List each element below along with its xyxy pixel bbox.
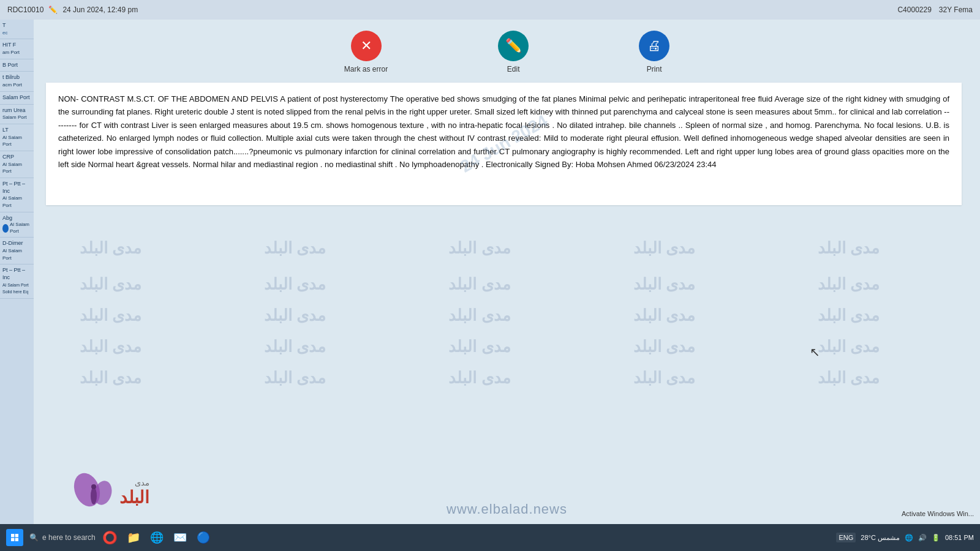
svg-point-3 [91,484,96,489]
taskbar: 🔍 e here to search ⭕ 📁 🌐 ✉️ 🔵 ENG 28°C م… [0,524,980,551]
sidebar-item-2[interactable]: B Port [0,59,34,72]
mark-error-icon: ✕ [351,31,382,61]
svg-rect-5 [15,534,18,537]
taskbar-left: 🔍 e here to search ⭕ 📁 🌐 ✉️ 🔵 [6,529,212,546]
sidebar-item-1[interactable]: HIT Fam Port [0,39,34,59]
website-watermark: www.elbalad.news [34,501,980,517]
svg-point-2 [91,487,97,504]
taskbar-right: ENG 28°C مشمس 🌐 🔊 🔋 08:51 PM [836,533,974,542]
svg-rect-7 [15,538,18,541]
sidebar: Tec HIT Fam Port B Port t Bilrubacm Port… [0,20,34,524]
sidebar-item-6[interactable]: LTAl Salam Port [0,124,34,151]
activate-windows[interactable]: Activate Windows Win... [902,510,974,517]
edit-label: Edit [507,65,520,73]
actions-bar: ✕ Mark as error ✏️ Edit 🖨 Print [34,20,980,80]
sidebar-item-0[interactable]: Tec [0,20,34,39]
start-button[interactable] [6,529,23,546]
logo-svg [74,468,116,517]
print-button[interactable]: 🖨 Print [639,31,669,73]
search-icon: 🔍 [29,533,39,542]
battery-icon: 🔋 [932,534,940,542]
sidebar-item-4[interactable]: Salam Port [0,92,34,105]
network-icon: 🌐 [905,534,913,542]
top-right-info: C4000229 32Y Fema [897,6,973,14]
clock: 08:51 PM [945,534,974,541]
file-explorer-icon[interactable]: 📁 [125,529,142,546]
sidebar-item-3[interactable]: t Bilrubacm Port [0,72,34,91]
sidebar-item-9[interactable]: AbgAl Salam Port [0,212,34,238]
patient-age: 32Y Fema [939,6,973,14]
logo-text: مدى البلد [119,478,149,508]
edit-button[interactable]: ✏️ Edit [498,31,529,73]
search-area[interactable]: 🔍 e here to search [29,533,96,542]
mark-error-label: Mark as error [344,65,388,73]
sidebar-item-10[interactable]: D-DimerAl Salam Port [0,238,34,264]
sidebar-item-11[interactable]: Pt – Ptt – IncAl Salam Port Solid here E… [0,264,34,299]
edit-icon: ✏️ [48,6,58,14]
svg-rect-4 [11,534,14,537]
temperature: 28°C مشمس [861,534,900,542]
keyboard-icon: ENG [836,533,856,542]
top-left-info: RDC10010 ✏️ 24 Jun 2024, 12:49 pm [7,6,138,14]
sidebar-item-8[interactable]: Pt – Ptt – IncAl Salam Port [0,178,34,212]
main-content: ✕ Mark as error ✏️ Edit 🖨 Print NON- CON… [34,20,980,524]
top-bar: RDC10010 ✏️ 24 Jun 2024, 12:49 pm C40002… [0,0,980,20]
edit-icon: ✏️ [498,31,529,61]
report-text: NON- CONTRAST M.S.CT. OF THE ABDOMEN AND… [58,92,949,171]
volume-icon: 🔊 [918,534,927,542]
cortana-icon[interactable]: ⭕ [102,529,119,546]
date-time: 24 Jun 2024, 12:49 pm [62,6,138,14]
ie-icon[interactable]: 🌐 [148,529,165,546]
mail-icon[interactable]: ✉️ [172,529,189,546]
site-logo: مدى البلد [74,468,149,517]
svg-rect-6 [11,538,14,541]
patient-id: C4000229 [897,6,931,14]
search-label: e here to search [42,533,96,542]
cursor [810,345,815,350]
print-icon: 🖨 [639,31,669,61]
record-id: RDC10010 [7,6,43,14]
lower-watermarks: مدى البلد مدى البلد مدى البلد مدى البلد … [67,228,980,463]
sidebar-item-5[interactable]: rum UreaSalam Port [0,105,34,124]
report-area: NON- CONTRAST M.S.CT. OF THE ABDOMEN AND… [46,83,962,205]
sidebar-item-7[interactable]: CRPAl Salam Port [0,151,34,178]
chrome-icon[interactable]: 🔵 [195,529,212,546]
logo-arabic-text: البلد [119,487,149,508]
mark-error-button[interactable]: ✕ Mark as error [344,31,388,73]
print-label: Print [647,65,662,73]
